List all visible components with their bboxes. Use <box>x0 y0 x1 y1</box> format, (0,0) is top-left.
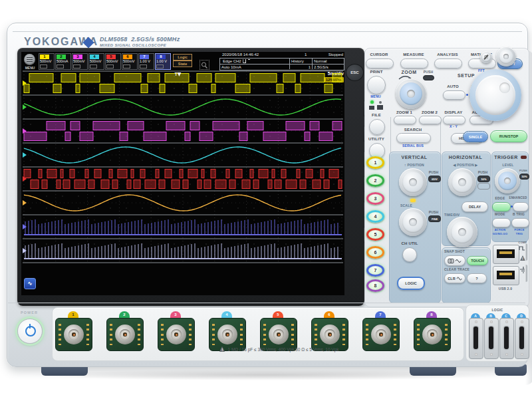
vertical-push-label: PUSH <box>428 171 440 174</box>
cursor-label: CURSOR <box>364 53 394 57</box>
channel-6-button[interactable]: 6 <box>366 246 384 259</box>
channel-3-button[interactable]: 3 <box>366 192 384 205</box>
channel-4-button[interactable]: 4 <box>366 210 384 223</box>
action-label-2: GO/NO-GO <box>489 233 511 235</box>
zoom2-button[interactable] <box>419 116 442 124</box>
waveform-ch5 <box>23 170 342 189</box>
print-led-green <box>370 100 374 104</box>
screen-channel-badge-5[interactable]: 5500mV <box>105 53 121 70</box>
screen-channel-badge-2[interactable]: 2500mA <box>55 53 71 70</box>
screen-channel-badge-7[interactable]: 71.00 V <box>138 53 154 70</box>
waveform-ch8 <box>23 243 342 259</box>
logic-pod-port-A <box>469 318 483 359</box>
scale-push-label: PUSH <box>428 211 440 214</box>
screwdriver-slot <box>483 55 488 60</box>
screen-channel-badge-8[interactable]: 81.00 V <box>155 53 171 70</box>
trigger-level-knob[interactable] <box>495 168 520 194</box>
channel-1-button[interactable]: 1 <box>366 156 384 169</box>
sample-rate: 2.5GS/s <box>312 64 344 69</box>
snap-shot-button[interactable] <box>444 255 466 266</box>
auto-label: AUTO <box>442 84 464 88</box>
run-stop-button[interactable]: RUN/STOP <box>490 130 527 142</box>
zoom1-label: ZOOM 1 <box>392 110 416 114</box>
power-button[interactable] <box>17 319 43 344</box>
terminal-post-bottom <box>525 265 527 282</box>
zoom-label: ZOOM <box>398 70 420 74</box>
print-button[interactable] <box>367 76 386 94</box>
channel-2-button[interactable]: 2 <box>366 174 384 187</box>
mode-button[interactable] <box>492 218 511 227</box>
vertical-position-knob[interactable] <box>399 168 427 196</box>
ground-marker-ch6 <box>23 200 27 205</box>
esc-button[interactable]: ESC <box>346 64 364 81</box>
screen-channel-badge-4[interactable]: 4500mV <box>88 53 104 70</box>
edge-button[interactable] <box>492 202 511 211</box>
b-trig-label: B TRIG <box>510 213 527 216</box>
zoom1-button[interactable] <box>394 116 416 124</box>
state-badge[interactable]: State <box>173 61 192 67</box>
logic-button[interactable]: LOGIC <box>397 277 425 290</box>
logic-pod-port-D <box>515 318 529 359</box>
ground-marker-ch4 <box>23 152 27 158</box>
cursor-button[interactable] <box>366 59 394 68</box>
channel-8-button[interactable]: 8 <box>366 279 384 292</box>
clear-trace-button[interactable]: CLR <box>444 273 466 283</box>
fine-chip: FINE <box>428 215 441 222</box>
delay-button[interactable]: DELAY <box>462 201 488 212</box>
screen-menu-button[interactable] <box>24 54 35 65</box>
screen-channel-badge-6[interactable]: 6500mV <box>122 53 138 70</box>
coupling-icon <box>140 65 147 68</box>
clear-trace-label: CLEAR TRACE <box>444 268 476 271</box>
waveform-ch6 <box>23 195 342 211</box>
run-state: Stopped <box>329 53 343 57</box>
trim-knob[interactable] <box>480 51 492 63</box>
display-label: DISPLAY <box>440 110 467 114</box>
edge-label: EDGE <box>491 197 509 200</box>
power-icon <box>25 326 36 336</box>
logic-badge[interactable]: Logic <box>173 54 192 61</box>
trigger-led <box>521 156 527 159</box>
screen-channel-badge-3[interactable]: 3500mV <box>72 53 88 70</box>
action-label-1: ACTION <box>490 229 510 231</box>
screen-menu-label: MENU <box>21 66 39 70</box>
datetime: 2020/06/18 14:46:42 <box>222 53 259 57</box>
coupling-icon <box>106 65 114 68</box>
rising-edge-icon <box>243 59 250 63</box>
trigger-type: Edge CH2 <box>220 59 289 64</box>
usb-tongue <box>497 249 515 258</box>
horizontal-position-knob[interactable] <box>448 168 476 196</box>
file-button[interactable] <box>369 119 385 135</box>
measure-button[interactable] <box>400 59 428 68</box>
channel-5-button[interactable]: 5 <box>366 228 384 241</box>
aux-knob[interactable] <box>496 47 516 66</box>
horizontal-push-label: PUSH <box>477 171 489 174</box>
folder-icon <box>369 106 374 110</box>
screen-channel-badge-1[interactable]: 1500mV <box>39 53 55 70</box>
bnc-input-ch1: 1 <box>55 311 92 352</box>
search-button[interactable] <box>396 133 431 143</box>
jog-shuttle-knob[interactable] <box>469 69 521 121</box>
zoom-lens-icon[interactable] <box>200 60 209 70</box>
graticule: T <box>23 70 343 263</box>
time-div-knob[interactable] <box>447 217 477 247</box>
snap-shot-label: SNAP SHOT <box>444 250 472 253</box>
vertical-scale-knob[interactable] <box>399 208 427 236</box>
help-button[interactable]: ? <box>467 273 487 283</box>
analysis-button[interactable] <box>434 59 462 68</box>
enhanced-button[interactable] <box>513 202 529 211</box>
single-button[interactable]: SINGLE <box>463 131 488 142</box>
b-trig-button[interactable] <box>511 218 529 227</box>
history-label: History <box>289 59 312 64</box>
usb-port-top <box>493 245 519 264</box>
waveform-shortcut-icon[interactable]: ∿ <box>24 278 36 289</box>
auto-button[interactable] <box>443 90 466 100</box>
channel-7-button[interactable]: 7 <box>366 264 384 277</box>
bnc-connector <box>269 325 289 344</box>
trigger-title: TRIGGER <box>490 155 522 160</box>
zoom-knob[interactable] <box>396 78 426 109</box>
bnc-mounting-plate <box>106 318 144 351</box>
display-button[interactable] <box>443 116 466 124</box>
ch-util-button[interactable] <box>402 247 417 262</box>
touch-button[interactable]: TOUCH <box>467 256 488 265</box>
logic-pod-port-C <box>499 318 514 359</box>
